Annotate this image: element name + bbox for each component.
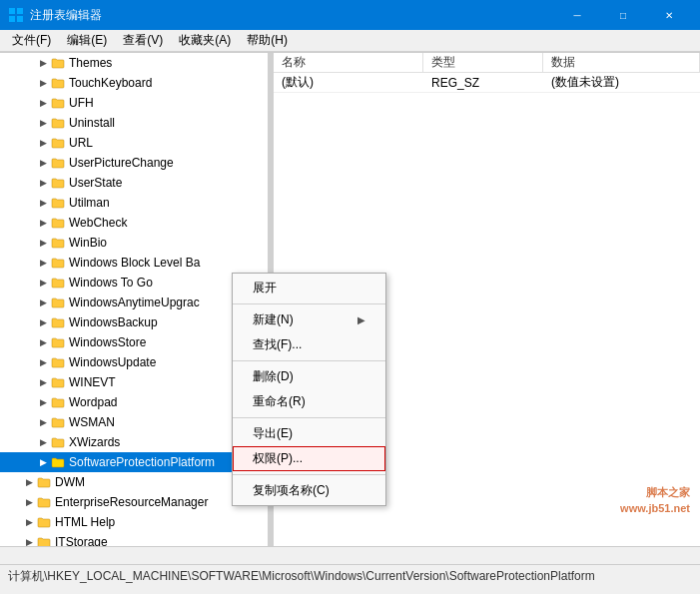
- folder-icon: [36, 475, 52, 489]
- tree-item-label: UFH: [69, 96, 94, 110]
- folder-icon: [50, 56, 66, 70]
- expand-icon[interactable]: ▶: [36, 176, 50, 190]
- expand-icon[interactable]: ▶: [36, 296, 50, 309]
- folder-icon: [50, 176, 66, 190]
- tree-item[interactable]: ▶ Windows To Go: [0, 273, 268, 293]
- reg-name: (默认): [274, 74, 423, 91]
- tree-item[interactable]: ▶ URL: [0, 133, 268, 153]
- folder-icon: [50, 216, 66, 230]
- horizontal-scroll-area[interactable]: [0, 546, 700, 564]
- close-button[interactable]: ✕: [646, 0, 692, 30]
- expand-icon[interactable]: ▶: [36, 355, 50, 369]
- tree-item[interactable]: ▶ TouchKeyboard: [0, 73, 268, 93]
- tree-item[interactable]: ▶ WindowsStore: [0, 332, 268, 352]
- expand-icon[interactable]: ▶: [36, 216, 50, 230]
- table-row[interactable]: (默认) REG_SZ (数值未设置): [274, 73, 700, 93]
- menu-item[interactable]: 文件(F): [4, 31, 59, 51]
- expand-icon[interactable]: ▶: [36, 76, 50, 90]
- folder-icon: [36, 535, 52, 546]
- context-menu-item[interactable]: 查找(F)...: [233, 332, 385, 357]
- context-menu-item[interactable]: 新建(N)▶: [233, 307, 385, 332]
- tree-item[interactable]: ▶ ITStorage: [0, 532, 268, 546]
- folder-icon: [50, 136, 66, 150]
- tree-item[interactable]: ▶ UserPictureChange: [0, 153, 268, 173]
- tree-item[interactable]: ▶ WinBio: [0, 233, 268, 253]
- tree-item[interactable]: ▶ Wordpad: [0, 392, 268, 412]
- context-menu-item[interactable]: 展开: [233, 276, 385, 300]
- context-menu-item[interactable]: 重命名(R): [233, 389, 385, 414]
- expand-icon[interactable]: ▶: [36, 335, 50, 349]
- expand-icon[interactable]: ▶: [36, 256, 50, 270]
- title-bar: 注册表编辑器 ─ □ ✕: [0, 0, 700, 30]
- context-menu-item[interactable]: 复制项名称(C): [233, 478, 385, 503]
- tree-item-label: WindowsAnytimeUpgrac: [69, 296, 200, 309]
- tree-item-label: UserState: [69, 176, 122, 190]
- tree-item[interactable]: ▶ Themes: [0, 53, 268, 73]
- menu-item[interactable]: 帮助(H): [239, 31, 296, 51]
- tree-item-label: DWM: [55, 475, 85, 489]
- expand-icon[interactable]: ▶: [36, 196, 50, 210]
- tree-item[interactable]: ▶ HTML Help: [0, 512, 268, 532]
- expand-icon[interactable]: ▶: [36, 415, 50, 429]
- tree-item[interactable]: ▶ XWizards: [0, 432, 268, 452]
- expand-icon[interactable]: ▶: [36, 395, 50, 409]
- expand-icon[interactable]: ▶: [36, 136, 50, 150]
- expand-icon[interactable]: ▶: [36, 156, 50, 170]
- expand-icon[interactable]: ▶: [36, 375, 50, 389]
- tree-item-label: Windows Block Level Ba: [69, 256, 200, 270]
- context-menu-item[interactable]: 权限(P)...: [233, 446, 385, 471]
- expand-icon[interactable]: ▶: [36, 236, 50, 250]
- tree-item[interactable]: ▶ SoftwareProtectionPlatform: [0, 452, 268, 472]
- folder-icon: [50, 395, 66, 409]
- reg-type: REG_SZ: [423, 76, 543, 90]
- svg-rect-1: [17, 8, 23, 14]
- expand-icon[interactable]: ▶: [22, 495, 36, 509]
- tree-item[interactable]: ▶ Uninstall: [0, 113, 268, 133]
- context-menu-item-label: 导出(E): [253, 425, 293, 442]
- tree-item[interactable]: ▶ WindowsBackup: [0, 312, 268, 332]
- tree-scroll[interactable]: ▶ Themes▶ TouchKeyboard▶ UFH▶ Uninstall▶…: [0, 53, 268, 546]
- expand-icon[interactable]: ▶: [36, 116, 50, 130]
- menu-item[interactable]: 收藏夹(A): [171, 31, 239, 51]
- folder-icon: [50, 276, 66, 290]
- tree-item[interactable]: ▶ WindowsAnytimeUpgrac: [0, 293, 268, 312]
- maximize-button[interactable]: □: [600, 0, 646, 30]
- context-menu-item-label: 删除(D): [253, 368, 294, 385]
- tree-item[interactable]: ▶ EnterpriseResourceManager: [0, 492, 268, 512]
- tree-item-label: XWizards: [69, 435, 120, 449]
- tree-item[interactable]: ▶ UserState: [0, 173, 268, 193]
- tree-item[interactable]: ▶ WSMAN: [0, 412, 268, 432]
- expand-icon[interactable]: ▶: [22, 515, 36, 529]
- tree-item[interactable]: ▶ UFH: [0, 93, 268, 113]
- menu-item[interactable]: 编辑(E): [59, 31, 115, 51]
- window-controls: ─ □ ✕: [554, 0, 692, 30]
- expand-icon[interactable]: ▶: [36, 455, 50, 469]
- tree-item[interactable]: ▶ WINEVT: [0, 372, 268, 392]
- expand-icon[interactable]: ▶: [36, 56, 50, 70]
- status-text: 计算机\HKEY_LOCAL_MACHINE\SOFTWARE\Microsof…: [8, 568, 595, 585]
- col-header-data: 数据: [543, 53, 700, 73]
- menu-item[interactable]: 查看(V): [115, 31, 171, 51]
- expand-icon[interactable]: ▶: [36, 96, 50, 110]
- expand-icon[interactable]: ▶: [22, 475, 36, 489]
- folder-icon: [50, 156, 66, 170]
- tree-item[interactable]: ▶ WindowsUpdate: [0, 352, 268, 372]
- minimize-button[interactable]: ─: [554, 0, 600, 30]
- context-menu-item-label: 权限(P)...: [253, 450, 303, 467]
- context-menu-separator: [233, 303, 385, 304]
- context-menu-item[interactable]: 删除(D): [233, 364, 385, 389]
- expand-icon[interactable]: ▶: [22, 535, 36, 546]
- tree-item[interactable]: ▶ WebCheck: [0, 213, 268, 233]
- expand-icon[interactable]: ▶: [36, 435, 50, 449]
- context-menu-item-label: 查找(F)...: [253, 336, 302, 353]
- tree-item[interactable]: ▶ Windows Block Level Ba: [0, 253, 268, 273]
- tree-item[interactable]: ▶ Utilman: [0, 193, 268, 213]
- tree-item-label: UserPictureChange: [69, 156, 174, 170]
- horizontal-scrollbar[interactable]: [0, 548, 700, 564]
- expand-icon[interactable]: ▶: [36, 315, 50, 329]
- folder-icon: [50, 315, 66, 329]
- context-menu-item[interactable]: 导出(E): [233, 421, 385, 446]
- tree-item[interactable]: ▶ DWM: [0, 472, 268, 492]
- expand-icon[interactable]: ▶: [36, 276, 50, 290]
- folder-icon: [50, 335, 66, 349]
